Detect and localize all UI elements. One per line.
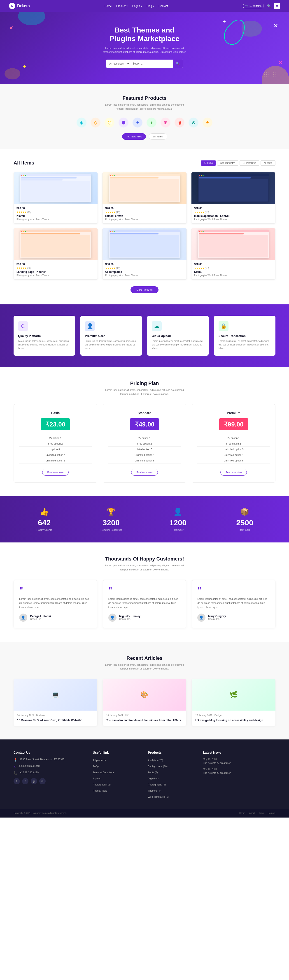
product-card-6: $30.00 ★★★★★ (50) Kiamu Photography Word…: [191, 228, 275, 280]
pricing-card-basic: Basic ₹23.00 2x option 1 Free option 2 o…: [14, 404, 97, 483]
footer-link-terms[interactable]: Terms & Conditions: [93, 771, 114, 774]
pricing-feature-item: Unlimited option 5: [19, 458, 92, 463]
filter-all[interactable]: All Items: [260, 161, 275, 165]
purchase-now-premium[interactable]: Purchase Now: [220, 469, 247, 476]
featured-icon-5[interactable]: ✦: [133, 118, 142, 127]
nav-home[interactable]: Home: [105, 5, 112, 8]
nav-blog[interactable]: Blog: [147, 5, 154, 8]
google-icon[interactable]: g: [31, 778, 37, 784]
article-title-3: UX design blog focusing on accessibility…: [195, 719, 272, 722]
featured-icon-6[interactable]: ♦: [147, 118, 156, 127]
all-items-section: All Items All Items Site Templates UI Te…: [0, 149, 289, 304]
footer-products-col: Products Analytics (23) Backgrounds (10)…: [148, 751, 196, 800]
all-items-header: All Items All Items Site Templates UI Te…: [14, 160, 275, 166]
purchase-now-standard[interactable]: Purchase Now: [131, 469, 158, 476]
footer-link-faq[interactable]: FAQ's: [93, 765, 99, 768]
footer-contact-col: Contact Us 📍 1235 Prezi Street, Henderso…: [14, 751, 86, 800]
nav-product[interactable]: Product: [116, 5, 128, 8]
author-company-1: Google Inc.: [30, 618, 51, 620]
product-price-1: $20.00: [16, 207, 95, 210]
footer-link-signup[interactable]: Sign up: [93, 777, 101, 780]
footer-bottom-about[interactable]: About: [249, 812, 255, 815]
footer-product-digital[interactable]: Digital (4): [148, 777, 158, 780]
twitter-icon[interactable]: t: [22, 778, 29, 784]
featured-icon-4[interactable]: ⬢: [118, 118, 128, 127]
footer-link-all-products[interactable]: All products: [93, 759, 106, 762]
footer-product-backgrounds[interactable]: Backgrounds (10): [148, 765, 168, 768]
product-card-2: $20.00 ★★★★★ (15) Russel brown Photograp…: [102, 172, 187, 224]
pricing-plan-name-standard: Standard: [109, 411, 181, 415]
product-price-4: $30.00: [16, 262, 95, 266]
logo[interactable]: D Drketa: [9, 3, 30, 9]
footer-bottom-contact[interactable]: Contact: [268, 812, 275, 815]
feature-name-4: Secure Transaction: [219, 334, 271, 337]
hero-search-select[interactable]: All resources: [106, 60, 130, 67]
footer-address: 📍 1235 Prezi Street, Henderson, TX 36345: [14, 758, 86, 762]
featured-icon-3[interactable]: ⬡: [105, 118, 115, 127]
featured-icon-10[interactable]: ★: [203, 118, 212, 127]
pricing-title: Pricing Plan: [14, 380, 275, 386]
linkedin-icon[interactable]: in: [39, 778, 46, 784]
featured-icon-7[interactable]: ⊞: [161, 118, 171, 127]
pricing-price-premium: ₹99.00: [219, 418, 248, 430]
stat-num-sold: 2500: [214, 518, 275, 527]
pricing-feature-item: Unlimited option 4: [109, 452, 181, 458]
footer-bottom-blog[interactable]: Blog: [259, 812, 264, 815]
product-name-5: UI Templates: [105, 270, 184, 274]
pricing-section: Pricing Plan Lorem ipsum dolor sit amet,…: [0, 367, 289, 496]
cloud-upload-icon: ☁: [152, 321, 162, 331]
author-company-2: Google Inc.: [119, 618, 141, 620]
footer-product-fonts[interactable]: Fonts (7): [148, 771, 158, 774]
nav-contact[interactable]: Contact: [158, 5, 168, 8]
stat-happy-clients: 👍 642 Happy Clients: [14, 508, 75, 531]
hero-search-button[interactable]: 🔍: [173, 60, 183, 68]
featured-icon-8[interactable]: ◉: [174, 118, 184, 127]
product-image-1: [14, 172, 97, 204]
hero-decoration-1: [18, 12, 45, 25]
menu-icon-button[interactable]: ≡: [274, 3, 280, 9]
purchase-now-basic[interactable]: Purchase Now: [42, 469, 69, 476]
featured-icon-9[interactable]: ⊗: [188, 118, 198, 127]
hero-search-input[interactable]: [130, 60, 173, 67]
pricing-card-premium: Premium ₹99.00 2x option 1 Free option 2…: [192, 404, 275, 483]
product-price-5: $30.00: [105, 262, 184, 266]
featured-icon-2[interactable]: ◇: [91, 118, 101, 127]
product-image-2: [102, 172, 186, 204]
footer-link-popular-tags[interactable]: Popular Tags: [93, 789, 107, 792]
article-image-2: 🎨: [103, 679, 187, 711]
hero-x-deco-2: ✕: [274, 23, 278, 29]
article-date-3: 26 January 2021: [195, 714, 212, 717]
footer-product-themes[interactable]: Themes (4): [148, 789, 161, 792]
feature-card-2: 👤 Premium User Lorem ipsum dolor sit ame…: [80, 316, 142, 356]
footer-bottom: Copyright © 2020 Company name All rights…: [0, 809, 289, 818]
featured-icon-1[interactable]: ◈: [77, 118, 86, 127]
filter-tabs: All Items Site Templates UI Templates Al…: [201, 161, 275, 165]
stat-label-users: Total User: [147, 528, 209, 531]
featured-tab-new[interactable]: Top New Files: [122, 134, 146, 140]
product-image-5: [102, 228, 186, 260]
testimonial-card-1: " Lorem ipsum dolor sit amet, sed consec…: [14, 580, 97, 628]
facebook-icon[interactable]: f: [14, 778, 20, 784]
footer-contact-title: Contact Us: [14, 751, 86, 754]
more-products-button[interactable]: More Products: [131, 286, 158, 293]
filter-all-items[interactable]: All Items: [201, 161, 216, 165]
featured-tab-all[interactable]: All Items: [149, 134, 167, 140]
author-name-1: George L. Parisi: [30, 615, 51, 618]
footer-product-photography[interactable]: Photography (3): [148, 783, 166, 786]
footer-link-photography[interactable]: Photography (2): [93, 783, 111, 786]
cart-button[interactable]: 🛒 13 0 Items: [243, 3, 264, 8]
feature-card-1: ⬡ Quality Platform Lorem ipsum dolor sit…: [14, 316, 75, 356]
filter-site-templates[interactable]: Site Templates: [217, 161, 238, 165]
product-name-2: Russel brown: [105, 214, 184, 218]
search-icon-button[interactable]: 🔍: [267, 4, 271, 8]
nav-pages[interactable]: Pages: [132, 5, 142, 8]
filter-ui-templates[interactable]: UI Templates: [240, 161, 259, 165]
product-cat-3: Photography Word Press Theme: [194, 218, 273, 221]
news-date-1: May 13, 2020: [203, 758, 275, 760]
testimonial-author-3: 👤 Mary Gregory Google Inc.: [197, 614, 270, 622]
footer-latest-news-title: Latest News: [203, 751, 275, 754]
footer-product-web-templates[interactable]: Web Templates (5): [148, 795, 169, 798]
footer-bottom-home[interactable]: Home: [239, 812, 245, 815]
stat-label-resources: Premium Resources: [80, 528, 142, 531]
footer-product-analytics[interactable]: Analytics (23): [148, 759, 163, 762]
